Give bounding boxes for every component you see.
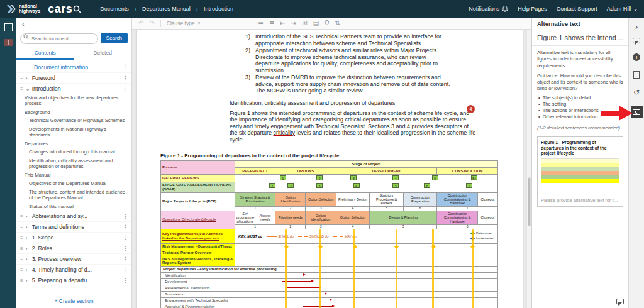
- align-right-icon[interactable]: ☱: [235, 20, 240, 26]
- insert-image-icon[interactable]: ▤: [313, 20, 319, 26]
- tree-subitem[interactable]: Vision and objectives for the new depart…: [16, 94, 131, 108]
- redo-icon[interactable]: ↷: [149, 20, 154, 26]
- tree-subitem[interactable]: Developments in National Highway's stand…: [16, 125, 131, 140]
- kebab-menu-icon[interactable]: ⋮: [123, 214, 128, 219]
- chevron-right-icon[interactable]: ›: [26, 75, 30, 81]
- tree-subitem[interactable]: Identification, criticality assessment a…: [16, 157, 131, 171]
- breadcrumb-item[interactable]: Documents: [100, 6, 129, 12]
- comment-count-badge[interactable]: 4: [467, 105, 475, 113]
- image-alt-text-icon[interactable]: [631, 106, 643, 118]
- scrollbar-thumb[interactable]: [528, 177, 531, 226]
- user-menu[interactable]: Adam Hill ⌄: [607, 6, 638, 12]
- info-icon[interactable]: !: [633, 53, 640, 61]
- national-highways-logo[interactable]: national highways: [6, 4, 40, 14]
- text-sort-icon[interactable]: ⇅: [335, 20, 340, 26]
- outdent-icon[interactable]: ⇤: [280, 20, 285, 26]
- figure-phase-cell: Option identification: [306, 211, 336, 224]
- bullet-list-icon[interactable]: ≣: [269, 20, 274, 26]
- chevron-right-icon[interactable]: ›: [26, 246, 30, 251]
- document-outline-icon[interactable]: [4, 23, 13, 31]
- ordered-list-icon[interactable]: ≔: [257, 20, 264, 26]
- drag-handle-icon[interactable]: ≡: [20, 256, 23, 262]
- document-tree: Document information⋮≡›Foreword⋮≡⌄Introd…: [16, 60, 131, 294]
- tree-subitem[interactable]: Technical Governance of Highways Schemes: [16, 116, 131, 124]
- clause-type-dropdown[interactable]: Clause type ▾: [167, 20, 200, 26]
- tree-item[interactable]: ≡›1. Scope⋮: [16, 232, 131, 243]
- tree-item[interactable]: ≡⌄Introduction⋮: [16, 83, 131, 94]
- kebab-menu-icon[interactable]: ⋮: [123, 64, 128, 70]
- kebab-menu-icon[interactable]: ⋮: [123, 235, 128, 241]
- tree-subitem[interactable]: Objectives of the Departures Manual: [16, 179, 131, 187]
- tree-item[interactable]: ≡›2. Roles⋮: [16, 243, 131, 253]
- kebab-menu-icon[interactable]: ⋮: [123, 267, 128, 273]
- tab-deleted[interactable]: Deleted: [74, 47, 132, 60]
- kebab-menu-icon[interactable]: ⋮: [123, 278, 128, 283]
- breadcrumb-item[interactable]: Departures Manual: [142, 6, 191, 12]
- alt-text-input[interactable]: Please provide alternative text for thi.…: [541, 197, 619, 203]
- document-page[interactable]: 1)Introduction of the SES Technical Part…: [137, 30, 523, 308]
- drag-handle-icon[interactable]: ≡: [20, 267, 23, 273]
- tree-item[interactable]: ≡›5. Preparing a departu...⋮: [16, 275, 131, 285]
- chevron-right-icon[interactable]: ›: [26, 214, 30, 219]
- indent-icon[interactable]: ⇥: [291, 20, 296, 26]
- breadcrumb-item[interactable]: Introduction: [204, 6, 233, 12]
- versions-icon[interactable]: [633, 71, 640, 79]
- kebab-menu-icon[interactable]: ⋮: [123, 224, 128, 230]
- manual-book-icon[interactable]: [4, 39, 13, 46]
- figure-cell: [235, 273, 497, 279]
- special-character-icon[interactable]: Ω: [325, 20, 329, 26]
- tree-item[interactable]: ≡›Foreword⋮: [16, 72, 131, 83]
- kebab-menu-icon[interactable]: ⋮: [123, 86, 128, 92]
- contact-support-link[interactable]: Contact Support: [557, 6, 597, 12]
- justify-icon[interactable]: ☷: [246, 20, 252, 26]
- chevron-right-icon[interactable]: ›: [26, 235, 30, 241]
- history-icon[interactable]: ↺: [633, 89, 640, 96]
- collapse-panel-icon[interactable]: ›: [635, 23, 638, 31]
- tree-item-label: 5. Preparing a departu...: [32, 277, 120, 283]
- tree-subitem[interactable]: Changes introduced through this manual: [16, 148, 131, 156]
- chevron-right-icon[interactable]: ›: [26, 224, 30, 230]
- tree-subitem[interactable]: Departures: [16, 140, 131, 148]
- undo-icon[interactable]: ↶: [138, 20, 143, 26]
- chevron-down-icon[interactable]: ⌄: [26, 86, 30, 92]
- tree-item[interactable]: Document information⋮: [16, 62, 131, 72]
- comments-icon[interactable]: [633, 38, 640, 43]
- tree-item[interactable]: ≡›Terms and definitions⋮: [16, 221, 131, 232]
- chevron-right-icon[interactable]: ›: [26, 256, 30, 262]
- bullet-dot: •: [538, 107, 540, 114]
- tree-subitem[interactable]: Background: [16, 108, 131, 116]
- drag-handle-icon[interactable]: ≡: [20, 278, 23, 283]
- search-button[interactable]: Search: [101, 33, 128, 43]
- tree-item[interactable]: ≡›4. Timely handling of d...⋮: [16, 264, 131, 275]
- chevron-right-icon[interactable]: ›: [26, 267, 30, 273]
- insert-table-icon[interactable]: ⊞: [302, 20, 307, 26]
- back-chevron-icon[interactable]: ‹: [22, 20, 25, 28]
- search-input[interactable]: [20, 33, 98, 44]
- drag-handle-icon[interactable]: ≡: [20, 86, 23, 92]
- tree-subitem[interactable]: This Manual: [16, 171, 131, 179]
- tree-item[interactable]: ≡›Abbreviations and sy...⋮: [16, 211, 131, 221]
- drag-handle-icon[interactable]: ≡: [20, 235, 23, 241]
- chat-bubble-icon[interactable]: [616, 299, 624, 304]
- notifications-button[interactable]: Notifications: [469, 6, 508, 13]
- drag-handle-icon[interactable]: ≡: [20, 75, 23, 81]
- drag-handle-icon[interactable]: ≡: [20, 224, 23, 230]
- tree-subitem[interactable]: Status of this manual: [16, 202, 131, 211]
- help-pages-link[interactable]: Help Pages: [518, 6, 547, 12]
- kebab-menu-icon[interactable]: ⋮: [123, 75, 128, 81]
- kebab-menu-icon[interactable]: ⋮: [123, 246, 128, 251]
- align-center-icon[interactable]: ☲: [223, 20, 229, 26]
- cars-app-logo[interactable]: cars: [48, 3, 81, 16]
- editor-canvas[interactable]: 1)Introduction of the SES Technical Part…: [132, 30, 531, 308]
- create-section-button[interactable]: + Create section: [16, 294, 131, 308]
- align-left-icon[interactable]: ☰: [212, 20, 218, 26]
- tree-item[interactable]: ≡›3. Process overview⋮: [16, 253, 131, 264]
- tree-subitem[interactable]: The structure, content and intended audi…: [16, 188, 131, 202]
- figure[interactable]: ProcessStage of ProjectPREPROJECTOPTIONS…: [160, 160, 498, 308]
- chevron-right-icon[interactable]: ›: [26, 278, 30, 283]
- tab-contents[interactable]: Contents: [16, 47, 74, 60]
- vertical-scrollbar[interactable]: [526, 30, 531, 308]
- drag-handle-icon[interactable]: ≡: [20, 246, 23, 251]
- kebab-menu-icon[interactable]: ⋮: [123, 256, 128, 262]
- drag-handle-icon[interactable]: ≡: [20, 214, 23, 219]
